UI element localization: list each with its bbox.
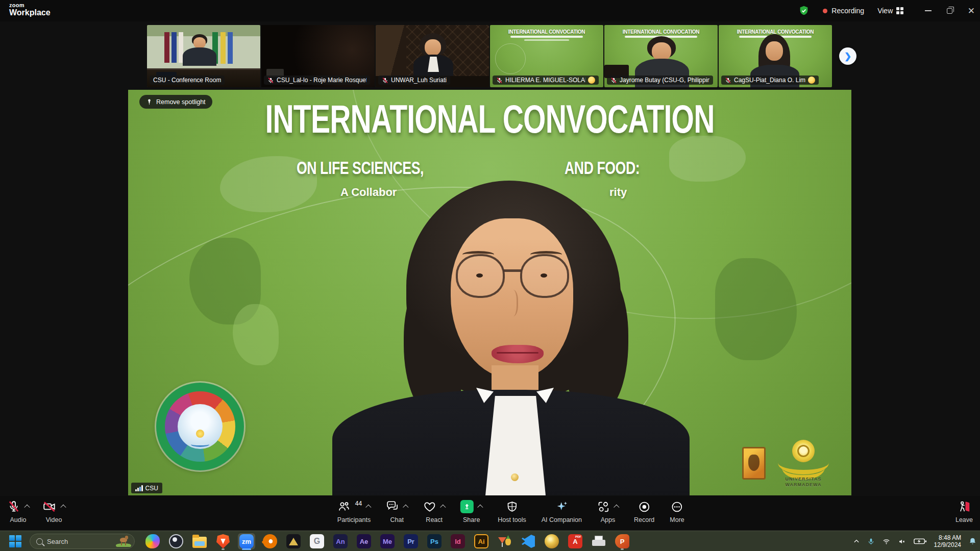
audio-button[interactable]: Audio bbox=[7, 499, 29, 523]
restore-button[interactable] bbox=[947, 8, 952, 14]
leave-button[interactable]: Leave bbox=[955, 499, 973, 523]
minimize-button[interactable] bbox=[925, 10, 932, 11]
security-shield-icon[interactable] bbox=[798, 5, 810, 16]
taskbar-printer-icon[interactable] bbox=[590, 533, 607, 549]
signal-bars-icon bbox=[135, 485, 143, 491]
mic-muted-icon bbox=[7, 500, 20, 513]
taskbar-blender-icon[interactable] bbox=[261, 533, 279, 549]
taskbar-powerpoint-icon[interactable]: P bbox=[614, 533, 631, 549]
participant-name-tag: CSU - Conference Room bbox=[150, 76, 225, 85]
start-button[interactable] bbox=[9, 535, 22, 548]
taskbar-pdf-reader-icon[interactable]: APDF bbox=[567, 533, 584, 549]
slide-tagline-left: A Collabor bbox=[340, 186, 397, 199]
slide-subtitle-left: ON LIFE SCIENCES, bbox=[297, 158, 424, 179]
participant-name: CSU - Conference Room bbox=[153, 77, 221, 84]
slide-tagline-right: rity bbox=[609, 186, 627, 199]
share-label: Share bbox=[463, 516, 480, 523]
ai-companion-button[interactable]: AI Companion bbox=[542, 499, 582, 523]
view-label: View bbox=[877, 7, 893, 15]
apps-icon bbox=[597, 500, 610, 513]
tray-chevron-up-icon[interactable] bbox=[853, 538, 860, 545]
warmadewa-emblem: UNIVERSITAS WARMADEWA bbox=[775, 440, 831, 493]
host-tools-button[interactable]: Host tools bbox=[498, 499, 526, 523]
view-button[interactable]: View bbox=[877, 7, 903, 15]
brand-workplace: Workplace bbox=[9, 9, 51, 17]
shield-icon bbox=[505, 500, 518, 513]
taskbar-adobe-animate-icon[interactable]: An bbox=[332, 533, 349, 549]
taskbar-zoom-icon[interactable]: zm bbox=[238, 533, 255, 549]
taskbar-copilot-icon[interactable] bbox=[144, 533, 161, 549]
taskbar-vscode-icon[interactable] bbox=[520, 533, 537, 549]
participant-name-tag: CagSU-Piat_Diana O. Lim bbox=[721, 76, 819, 85]
participants-count: 44 bbox=[355, 500, 362, 507]
taskbar-adobe-illustrator-icon[interactable]: Ai bbox=[473, 533, 490, 549]
emblem-flower bbox=[792, 440, 815, 462]
taskbar-g-app-icon[interactable]: G bbox=[308, 533, 326, 549]
tray-volume-muted-icon[interactable] bbox=[898, 538, 906, 545]
participant-thumbnail[interactable]: INTERNATIONAL CONVOCATION Jayrome Butay … bbox=[604, 25, 718, 87]
participant-name: Jayrome Butay (CSU-G, Philippin... bbox=[620, 77, 709, 84]
participant-thumbnail[interactable]: INTERNATIONAL CONVOCATION CagSU-Piat_Dia… bbox=[719, 25, 832, 87]
slide-title: INTERNATIONAL CONVOCATION bbox=[719, 28, 832, 35]
active-speaker-label: CSU bbox=[131, 483, 162, 493]
slide-subtitle-bar bbox=[524, 39, 570, 41]
person-body bbox=[183, 47, 216, 66]
spotlight-slide-title: INTERNATIONAL CONVOCATION bbox=[186, 96, 793, 142]
flag bbox=[172, 32, 177, 63]
record-button[interactable]: Record bbox=[634, 499, 654, 523]
speaker-lips bbox=[492, 345, 544, 363]
video-label: Video bbox=[46, 516, 62, 523]
muted-mic-icon bbox=[496, 77, 503, 84]
participant-thumbnail[interactable]: CSU_Lal-lo - Roje Marie Rosqueta bbox=[261, 25, 375, 87]
person-face bbox=[652, 42, 671, 61]
taskbar-adobe-media-encoder-icon[interactable]: Me bbox=[379, 533, 396, 549]
taskbar-file-explorer-icon[interactable] bbox=[191, 533, 208, 549]
tray-notification-bell-icon[interactable] bbox=[968, 537, 977, 546]
search-box[interactable]: Search bbox=[30, 534, 135, 549]
react-chevron[interactable] bbox=[440, 505, 446, 510]
video-button[interactable]: Video bbox=[42, 499, 65, 523]
taskbar-adobe-indesign-icon[interactable]: Id bbox=[449, 533, 467, 549]
audio-options-chevron[interactable] bbox=[24, 505, 30, 510]
taskbar-prism-icon[interactable] bbox=[285, 533, 302, 549]
remove-spotlight-button[interactable]: Remove spotlight bbox=[139, 95, 212, 109]
tray-wifi-icon[interactable] bbox=[882, 538, 891, 545]
taskbar-adobe-premiere-icon[interactable]: Pr bbox=[402, 533, 420, 549]
participant-thumbnail[interactable]: UNWAR_Luh Suriati bbox=[376, 25, 489, 87]
recording-indicator[interactable]: Recording bbox=[823, 7, 864, 15]
chat-button[interactable]: Chat bbox=[386, 499, 408, 523]
share-chevron[interactable] bbox=[478, 505, 483, 510]
taskbar-adobe-photoshop-icon[interactable]: Ps bbox=[426, 533, 443, 549]
taskbar-drinks-app-icon[interactable] bbox=[496, 533, 513, 549]
apps-chevron[interactable] bbox=[614, 505, 619, 510]
chat-icon bbox=[386, 500, 399, 513]
video-options-chevron[interactable] bbox=[60, 505, 66, 510]
react-button[interactable]: React bbox=[423, 499, 445, 523]
remove-spotlight-label: Remove spotlight bbox=[156, 98, 206, 106]
participant-name-tag: UNWAR_Luh Suriati bbox=[378, 76, 450, 85]
chat-chevron[interactable] bbox=[403, 505, 409, 510]
apps-button[interactable]: Apps bbox=[597, 499, 619, 523]
filmstrip-next-button[interactable]: ❯ bbox=[839, 47, 856, 65]
participants-button[interactable]: 44 Participants bbox=[337, 499, 371, 523]
share-button[interactable]: Share bbox=[460, 499, 482, 523]
taskbar-adobe-after-effects-icon[interactable]: Ae bbox=[355, 533, 373, 549]
taskbar-gold-disc-icon[interactable] bbox=[543, 533, 560, 549]
taskbar-obs-icon[interactable] bbox=[167, 533, 185, 549]
tray-battery-icon[interactable] bbox=[914, 538, 927, 545]
more-button[interactable]: More bbox=[670, 499, 684, 523]
close-button[interactable]: ✕ bbox=[968, 7, 975, 15]
spotlight-video[interactable]: INTERNATIONAL CONVOCATION ON LIFE SCIENC… bbox=[128, 90, 851, 495]
chat-label: Chat bbox=[390, 516, 403, 523]
taskbar-brave-icon[interactable] bbox=[214, 533, 232, 549]
tray-time: 8:48 AM bbox=[934, 534, 961, 541]
participant-name: CSU_Lal-lo - Roje Marie Rosqueta bbox=[277, 77, 366, 84]
participants-icon bbox=[337, 500, 351, 513]
participant-name-tag: CSU_Lal-lo - Roje Marie Rosqueta bbox=[264, 76, 370, 85]
participant-thumbnail[interactable]: INTERNATIONAL CONVOCATION HILIERMA E. MI… bbox=[490, 25, 603, 87]
tray-microphone-icon[interactable] bbox=[867, 537, 875, 546]
tray-clock[interactable]: 8:48 AM 12/9/2024 bbox=[934, 534, 961, 548]
participant-thumbnail[interactable]: CSU - Conference Room bbox=[147, 25, 260, 87]
participants-chevron[interactable] bbox=[366, 505, 372, 510]
muted-mic-icon bbox=[267, 77, 274, 84]
